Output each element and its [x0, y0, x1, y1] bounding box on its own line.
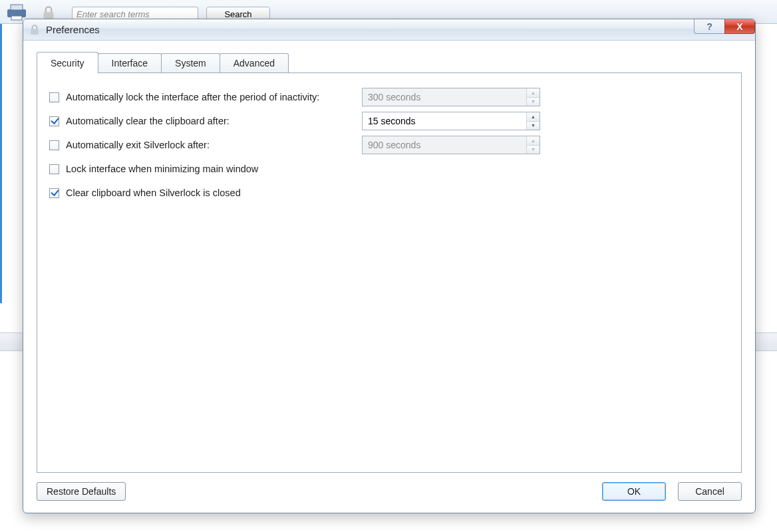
checkbox-clearclose[interactable]	[49, 188, 59, 198]
lock-icon	[29, 24, 41, 36]
help-button[interactable]: ?	[694, 19, 724, 34]
spinbox-autoclear-value[interactable]: 15 seconds	[363, 112, 526, 130]
checkbox-autoexit[interactable]	[49, 140, 59, 150]
checkbox-lockmin[interactable]	[49, 164, 59, 174]
option-autoexit: Automatically exit Silverlock after: 900…	[49, 133, 729, 157]
spinbox-autolock-value[interactable]: 300 seconds	[363, 88, 526, 106]
spinbox-autoclear[interactable]: 15 seconds ▲ ▼	[362, 112, 540, 130]
spinbox-down-icon[interactable]: ▼	[527, 146, 540, 154]
restore-defaults-button[interactable]: Restore Defaults	[37, 482, 126, 501]
tab-security[interactable]: Security	[37, 52, 98, 73]
option-autoclear: Automatically clear the clipboard after:…	[49, 109, 729, 133]
svg-rect-4	[31, 29, 39, 35]
tab-system[interactable]: System	[161, 53, 220, 72]
spinbox-autoexit-value[interactable]: 900 seconds	[363, 136, 526, 154]
checkbox-autolock[interactable]	[49, 92, 59, 102]
tabpanel-security: Automatically lock the interface after t…	[37, 72, 742, 473]
label-autoclear: Automatically clear the clipboard after:	[66, 116, 230, 126]
label-autoexit: Automatically exit Silverlock after:	[66, 140, 210, 150]
label-lockmin: Lock interface when minimizing main wind…	[66, 164, 258, 174]
spinbox-down-icon[interactable]: ▼	[527, 98, 540, 106]
svg-rect-2	[11, 16, 22, 20]
spinbox-up-icon[interactable]: ▲	[527, 88, 540, 98]
option-lockmin: Lock interface when minimizing main wind…	[49, 157, 729, 181]
checkbox-autoclear[interactable]	[49, 116, 59, 126]
cancel-button[interactable]: Cancel	[678, 482, 742, 501]
label-autolock: Automatically lock the interface after t…	[66, 92, 319, 102]
label-clearclose: Clear clipboard when Silverlock is close…	[66, 188, 241, 198]
spinbox-up-icon[interactable]: ▲	[527, 136, 540, 146]
dialog-title: Preferences	[46, 24, 100, 35]
svg-rect-1	[11, 5, 23, 10]
dialog-titlebar[interactable]: Preferences ? X	[23, 19, 755, 41]
spinbox-autolock[interactable]: 300 seconds ▲ ▼	[362, 88, 540, 106]
spinbox-up-icon[interactable]: ▲	[527, 112, 540, 122]
option-clearclose: Clear clipboard when Silverlock is close…	[49, 181, 729, 205]
tab-interface[interactable]: Interface	[98, 53, 162, 72]
spinbox-autoexit[interactable]: 900 seconds ▲ ▼	[362, 136, 540, 154]
spinbox-down-icon[interactable]: ▼	[527, 122, 540, 130]
preferences-dialog: Preferences ? X Security Interface Syste…	[23, 19, 756, 513]
ok-button[interactable]: OK	[602, 482, 666, 501]
parent-selection-edge	[0, 24, 2, 303]
tab-advanced[interactable]: Advanced	[220, 53, 289, 72]
close-button[interactable]: X	[724, 19, 755, 34]
tabstrip: Security Interface System Advanced	[37, 53, 742, 72]
dialog-footer: Restore Defaults OK Cancel	[23, 473, 755, 513]
option-autolock: Automatically lock the interface after t…	[49, 85, 729, 109]
